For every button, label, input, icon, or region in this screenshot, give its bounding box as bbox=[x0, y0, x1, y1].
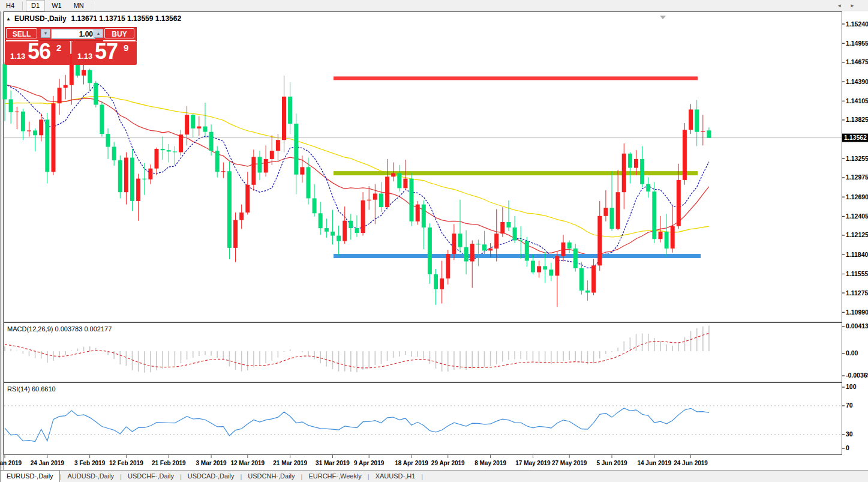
candle-body bbox=[385, 176, 389, 207]
candle-body bbox=[555, 256, 559, 276]
candle-body bbox=[130, 158, 134, 201]
candle-body bbox=[410, 179, 414, 221]
candle-body bbox=[591, 265, 596, 292]
candle-body bbox=[567, 243, 572, 249]
symbol-tab-xauusd[interactable]: XAUUSD-,H1 bbox=[370, 471, 422, 482]
macd-axis-label: 0.004139 bbox=[846, 322, 868, 330]
date-axis-label: 21 Feb 2019 bbox=[152, 460, 186, 466]
candle-body bbox=[9, 99, 13, 112]
chart-canvas[interactable]: 1.152401.149551.146751.143901.141051.138… bbox=[0, 0, 868, 482]
collapse-arrow-icon[interactable]: ▲ bbox=[6, 16, 11, 22]
candle-body bbox=[659, 232, 663, 239]
candle-body bbox=[701, 131, 705, 132]
volume-input[interactable] bbox=[51, 29, 95, 39]
candle-body bbox=[470, 244, 474, 261]
pane-splitter[interactable] bbox=[4, 322, 842, 324]
candle-body bbox=[197, 127, 201, 128]
symbol-tab-audusd[interactable]: AUDUSD-,Daily bbox=[61, 471, 120, 482]
rsi-line bbox=[5, 408, 709, 442]
sell-price-box[interactable]: 1.13 56 2 bbox=[5, 41, 70, 65]
rsi-axis-label: 30 bbox=[846, 430, 853, 438]
candle-body bbox=[82, 70, 86, 76]
candle-body bbox=[634, 159, 638, 168]
mt4-window: { "toolbar": { "timeframe_buttons": [ {"… bbox=[0, 0, 868, 482]
candle-body bbox=[245, 185, 250, 212]
date-axis-label: 27 May 2019 bbox=[552, 460, 587, 466]
candle-body bbox=[215, 151, 220, 172]
date-axis-label: 12 Feb 2019 bbox=[109, 460, 143, 466]
candle-body bbox=[64, 85, 68, 88]
candle-body bbox=[288, 97, 292, 124]
date-axis-label: 29 Apr 2019 bbox=[431, 460, 465, 466]
candle-body bbox=[379, 194, 383, 208]
candle-body bbox=[361, 200, 365, 233]
price-axis-label: 1.14675 bbox=[846, 58, 868, 65]
chart-title: ▲EURUSD-,Daily1.13671 1.13715 1.13559 1.… bbox=[6, 14, 181, 23]
symbol-tab-eurusd[interactable]: EURUSD-,Daily bbox=[0, 470, 60, 482]
candle-body bbox=[428, 227, 432, 274]
price-axis-label: 1.12125 bbox=[846, 231, 868, 238]
candle-body bbox=[573, 249, 578, 268]
candle-body bbox=[313, 198, 317, 213]
candle-body bbox=[343, 221, 347, 241]
candle-body bbox=[452, 233, 456, 254]
macd-axis-label: -0.003699 bbox=[846, 372, 868, 379]
candle-body bbox=[391, 173, 395, 177]
candle-body bbox=[209, 132, 214, 151]
date-axis-label: 15 Jan 2019 bbox=[0, 460, 22, 466]
candle-body bbox=[155, 149, 159, 169]
date-axis-label: 17 May 2019 bbox=[515, 460, 551, 466]
price-axis-label: 1.14955 bbox=[846, 40, 868, 47]
candle-body bbox=[597, 216, 602, 266]
rsi-label: RSI(14) 60.6610 bbox=[7, 385, 56, 393]
candle-body bbox=[683, 130, 687, 180]
volume-decrease-button[interactable]: ▼ bbox=[41, 29, 50, 38]
candle-body bbox=[88, 70, 92, 83]
symbol-tab-eurchf[interactable]: EURCHF-,Weekly bbox=[302, 471, 367, 482]
candle-body bbox=[695, 109, 699, 131]
symbol-tab-usdcad[interactable]: USDCAD-,Daily bbox=[182, 471, 241, 482]
date-axis-label: 3 Feb 2019 bbox=[74, 460, 106, 466]
tab-scroll-left-icon[interactable]: ◄ bbox=[837, 3, 850, 8]
pane-splitter[interactable] bbox=[4, 382, 842, 384]
candle-body bbox=[622, 154, 626, 192]
date-axis-label: 8 May 2019 bbox=[474, 460, 506, 466]
candle-body bbox=[167, 150, 171, 151]
buy-price-box[interactable]: 1.13 57 9 bbox=[72, 41, 137, 65]
candle-body bbox=[118, 160, 122, 192]
candle-body bbox=[507, 222, 511, 227]
date-axis-label: 24 Jan 2019 bbox=[31, 460, 65, 466]
candle-body bbox=[94, 83, 98, 104]
volume-increase-button[interactable]: ▲ bbox=[94, 29, 103, 38]
resistance-line[interactable] bbox=[334, 76, 698, 80]
candle-body bbox=[58, 88, 62, 103]
candle-body bbox=[373, 194, 377, 200]
candle-body bbox=[161, 149, 165, 150]
candle-body bbox=[337, 236, 341, 241]
candle-body bbox=[646, 184, 650, 191]
buy-button[interactable]: BUY bbox=[104, 28, 134, 38]
candle-body bbox=[677, 180, 681, 226]
sell-underline bbox=[6, 40, 38, 41]
macd-pane-frame bbox=[4, 323, 842, 382]
macd-axis-label: 0.00 bbox=[846, 349, 858, 357]
candle-body bbox=[331, 232, 335, 236]
symbol-tab-usdcnh[interactable]: USDCNH-,Daily bbox=[242, 471, 301, 482]
candle-body bbox=[179, 134, 183, 152]
candle-body bbox=[136, 179, 140, 201]
support-line[interactable] bbox=[334, 254, 701, 258]
candle-body bbox=[616, 192, 620, 229]
candle-body bbox=[173, 151, 177, 152]
price-axis-label: 1.11555 bbox=[846, 270, 868, 277]
sell-price-sup: 2 bbox=[56, 43, 61, 53]
candle-body bbox=[494, 233, 498, 249]
candle-body bbox=[652, 191, 656, 239]
date-axis-label: 3 Mar 2019 bbox=[196, 460, 227, 466]
sell-button[interactable]: SELL bbox=[6, 28, 37, 38]
candle-body bbox=[39, 119, 43, 135]
tab-scroll-arrows[interactable]: ◄► bbox=[837, 3, 863, 8]
price-axis-label: 1.11275 bbox=[846, 289, 868, 297]
symbol-tab-usdchf[interactable]: USDCHF-,Daily bbox=[122, 471, 180, 482]
candle-body bbox=[294, 124, 298, 175]
tab-scroll-right-icon[interactable]: ► bbox=[850, 3, 863, 8]
